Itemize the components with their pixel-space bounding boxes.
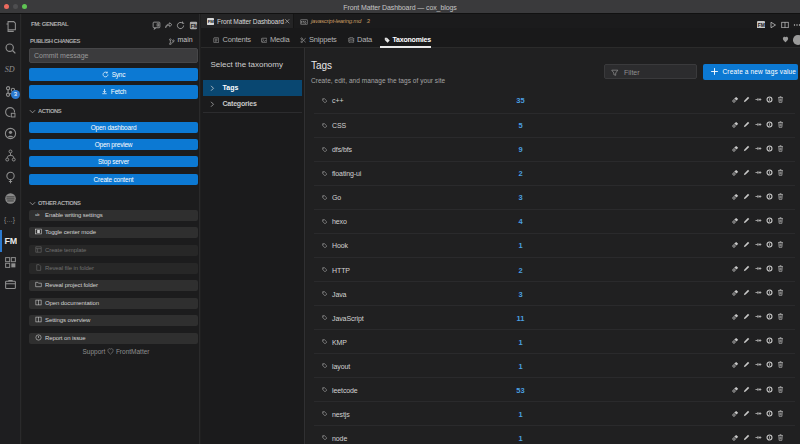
svg-text:SD: SD — [5, 65, 15, 74]
svg-text:FM: FM — [190, 22, 198, 28]
svg-text:{…}: {…} — [4, 216, 16, 224]
svg-text:FM: FM — [4, 236, 17, 246]
svg-text:FM: FM — [758, 22, 765, 28]
svg-text:FM: FM — [208, 19, 214, 24]
svg-text:ab: ab — [35, 212, 40, 217]
